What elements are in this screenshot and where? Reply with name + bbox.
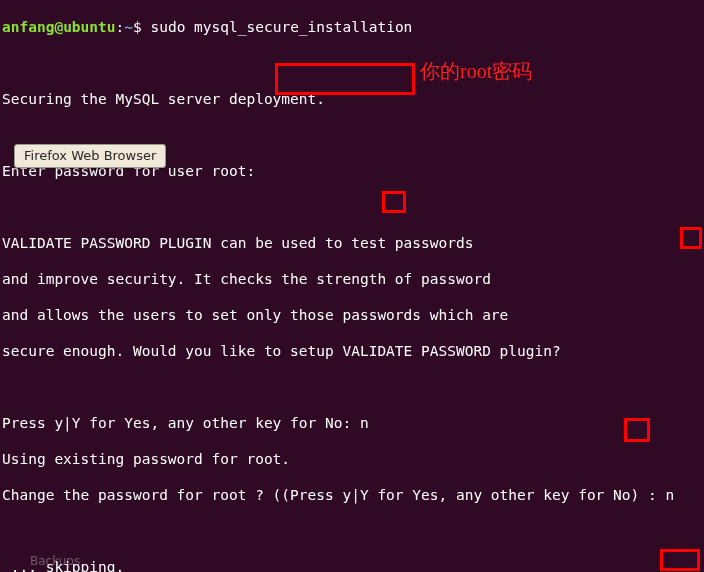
desktop-label-backups: Backups (30, 552, 80, 570)
user-input[interactable]: n (665, 487, 674, 503)
blank-line (2, 54, 702, 72)
output-line: Using existing password for root. (2, 450, 702, 468)
output-line: and allows the users to set only those p… (2, 306, 702, 324)
prompt-at: @ (54, 19, 63, 35)
prompt-change-root-pw: Change the password for root ? ((Press y… (2, 486, 702, 504)
prompt-validate-plugin: Press y|Y for Yes, any other key for No:… (2, 414, 702, 432)
prompt-text: Change the password for root ? ((Press y… (2, 487, 665, 503)
output-line: ... skipping. (2, 558, 702, 572)
prompt-line: anfang@ubuntu:~$ sudo mysql_secure_insta… (2, 18, 702, 36)
command-text: sudo mysql_secure_installation (150, 19, 412, 35)
prompt-colon: : (116, 19, 125, 35)
output-line: VALIDATE PASSWORD PLUGIN can be used to … (2, 234, 702, 252)
blank-line (2, 522, 702, 540)
prompt-path: ~ (124, 19, 133, 35)
blank-line (2, 198, 702, 216)
output-line: Securing the MySQL server deployment. (2, 90, 702, 108)
blank-line (2, 126, 702, 144)
blank-line (2, 378, 702, 396)
tooltip-firefox: Firefox Web Browser (14, 144, 166, 168)
user-input[interactable]: n (360, 415, 369, 431)
output-line: and improve security. It checks the stre… (2, 270, 702, 288)
terminal-window[interactable]: anfang@ubuntu:~$ sudo mysql_secure_insta… (0, 0, 704, 572)
output-line: secure enough. Would you like to setup V… (2, 342, 702, 360)
prompt-text: Press y|Y for Yes, any other key for No: (2, 415, 360, 431)
prompt-user: anfang (2, 19, 54, 35)
prompt-dollar: $ (133, 19, 150, 35)
prompt-host: ubuntu (63, 19, 115, 35)
